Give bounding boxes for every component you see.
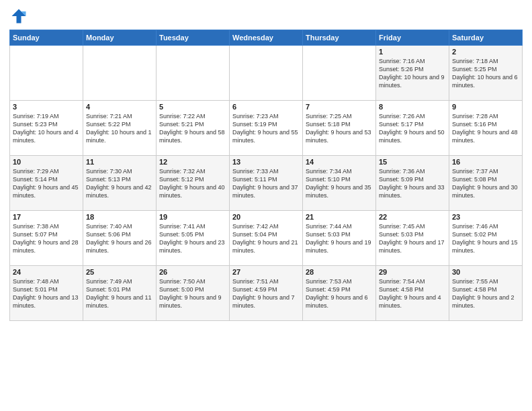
calendar-cell	[157, 46, 230, 101]
day-number: 19	[159, 213, 226, 221]
day-number: 6	[232, 103, 300, 111]
calendar-cell: 9Sunrise: 7:28 AM Sunset: 5:16 PM Daylig…	[449, 101, 523, 156]
day-detail: Sunrise: 7:29 AM Sunset: 5:14 PM Dayligh…	[13, 167, 80, 200]
day-detail: Sunrise: 7:30 AM Sunset: 5:13 PM Dayligh…	[86, 167, 153, 200]
calendar-cell: 20Sunrise: 7:42 AM Sunset: 5:04 PM Dayli…	[230, 211, 303, 266]
calendar-cell: 16Sunrise: 7:37 AM Sunset: 5:08 PM Dayli…	[449, 156, 523, 211]
day-detail: Sunrise: 7:16 AM Sunset: 5:26 PM Dayligh…	[379, 57, 446, 90]
day-detail: Sunrise: 7:40 AM Sunset: 5:06 PM Dayligh…	[86, 222, 153, 255]
calendar-cell: 1Sunrise: 7:16 AM Sunset: 5:26 PM Daylig…	[376, 46, 449, 101]
weekday-header-friday: Friday	[376, 30, 449, 46]
calendar-cell: 24Sunrise: 7:48 AM Sunset: 5:01 PM Dayli…	[10, 266, 83, 321]
day-detail: Sunrise: 7:21 AM Sunset: 5:22 PM Dayligh…	[86, 112, 153, 145]
calendar-week-row: 24Sunrise: 7:48 AM Sunset: 5:01 PM Dayli…	[10, 266, 523, 321]
calendar-week-row: 1Sunrise: 7:16 AM Sunset: 5:26 PM Daylig…	[10, 46, 523, 101]
calendar-cell: 2Sunrise: 7:18 AM Sunset: 5:25 PM Daylig…	[449, 46, 523, 101]
calendar-cell: 18Sunrise: 7:40 AM Sunset: 5:06 PM Dayli…	[83, 211, 157, 266]
day-number: 15	[379, 158, 446, 166]
calendar-cell: 5Sunrise: 7:22 AM Sunset: 5:21 PM Daylig…	[157, 101, 230, 156]
calendar-cell: 12Sunrise: 7:32 AM Sunset: 5:12 PM Dayli…	[157, 156, 230, 211]
day-detail: Sunrise: 7:33 AM Sunset: 5:11 PM Dayligh…	[232, 167, 300, 200]
weekday-header-tuesday: Tuesday	[157, 30, 230, 46]
logo-icon	[9, 7, 28, 26]
day-detail: Sunrise: 7:37 AM Sunset: 5:08 PM Dayligh…	[452, 167, 519, 200]
day-number: 14	[306, 158, 373, 166]
day-number: 16	[452, 158, 519, 166]
calendar-cell: 6Sunrise: 7:23 AM Sunset: 5:19 PM Daylig…	[230, 101, 303, 156]
day-detail: Sunrise: 7:41 AM Sunset: 5:05 PM Dayligh…	[159, 222, 226, 255]
day-detail: Sunrise: 7:32 AM Sunset: 5:12 PM Dayligh…	[159, 167, 226, 200]
calendar-cell	[10, 46, 83, 101]
day-number: 23	[452, 213, 519, 221]
calendar-cell: 26Sunrise: 7:50 AM Sunset: 5:00 PM Dayli…	[157, 266, 230, 321]
day-number: 30	[452, 268, 519, 276]
day-number: 18	[86, 213, 153, 221]
day-detail: Sunrise: 7:22 AM Sunset: 5:21 PM Dayligh…	[159, 112, 226, 145]
day-detail: Sunrise: 7:28 AM Sunset: 5:16 PM Dayligh…	[452, 112, 519, 145]
day-detail: Sunrise: 7:53 AM Sunset: 4:59 PM Dayligh…	[306, 277, 373, 310]
day-detail: Sunrise: 7:42 AM Sunset: 5:04 PM Dayligh…	[232, 222, 300, 255]
day-detail: Sunrise: 7:38 AM Sunset: 5:07 PM Dayligh…	[13, 222, 80, 255]
calendar-cell: 21Sunrise: 7:44 AM Sunset: 5:03 PM Dayli…	[303, 211, 376, 266]
day-number: 13	[232, 158, 300, 166]
day-number: 25	[86, 268, 153, 276]
calendar-cell: 27Sunrise: 7:51 AM Sunset: 4:59 PM Dayli…	[230, 266, 303, 321]
day-number: 10	[13, 158, 80, 166]
day-number: 17	[13, 213, 80, 221]
day-detail: Sunrise: 7:46 AM Sunset: 5:02 PM Dayligh…	[452, 222, 519, 255]
day-detail: Sunrise: 7:45 AM Sunset: 5:03 PM Dayligh…	[379, 222, 446, 255]
calendar-cell: 13Sunrise: 7:33 AM Sunset: 5:11 PM Dayli…	[230, 156, 303, 211]
weekday-header-saturday: Saturday	[449, 30, 523, 46]
day-number: 29	[379, 268, 446, 276]
calendar-cell: 10Sunrise: 7:29 AM Sunset: 5:14 PM Dayli…	[10, 156, 83, 211]
day-number: 27	[232, 268, 300, 276]
calendar-cell: 22Sunrise: 7:45 AM Sunset: 5:03 PM Dayli…	[376, 211, 449, 266]
calendar-cell: 11Sunrise: 7:30 AM Sunset: 5:13 PM Dayli…	[83, 156, 157, 211]
day-number: 4	[86, 103, 153, 111]
day-detail: Sunrise: 7:44 AM Sunset: 5:03 PM Dayligh…	[306, 222, 373, 255]
day-detail: Sunrise: 7:26 AM Sunset: 5:17 PM Dayligh…	[379, 112, 446, 145]
calendar-cell	[230, 46, 303, 101]
page: SundayMondayTuesdayWednesdayThursdayFrid…	[0, 0, 532, 411]
weekday-header-thursday: Thursday	[303, 30, 376, 46]
weekday-header-row: SundayMondayTuesdayWednesdayThursdayFrid…	[10, 30, 523, 46]
day-number: 9	[452, 103, 519, 111]
calendar-cell: 30Sunrise: 7:55 AM Sunset: 4:58 PM Dayli…	[449, 266, 523, 321]
calendar-cell: 7Sunrise: 7:25 AM Sunset: 5:18 PM Daylig…	[303, 101, 376, 156]
day-detail: Sunrise: 7:54 AM Sunset: 4:58 PM Dayligh…	[379, 277, 446, 310]
calendar-cell: 15Sunrise: 7:36 AM Sunset: 5:09 PM Dayli…	[376, 156, 449, 211]
day-number: 3	[13, 103, 80, 111]
day-number: 1	[379, 48, 446, 56]
calendar-cell: 4Sunrise: 7:21 AM Sunset: 5:22 PM Daylig…	[83, 101, 157, 156]
calendar-cell: 19Sunrise: 7:41 AM Sunset: 5:05 PM Dayli…	[157, 211, 230, 266]
day-number: 26	[159, 268, 226, 276]
day-number: 7	[306, 103, 373, 111]
weekday-header-sunday: Sunday	[10, 30, 83, 46]
calendar-cell: 29Sunrise: 7:54 AM Sunset: 4:58 PM Dayli…	[376, 266, 449, 321]
weekday-header-monday: Monday	[83, 30, 157, 46]
day-number: 20	[232, 213, 300, 221]
day-detail: Sunrise: 7:50 AM Sunset: 5:00 PM Dayligh…	[159, 277, 226, 310]
svg-marker-0	[12, 9, 26, 24]
weekday-header-wednesday: Wednesday	[230, 30, 303, 46]
day-detail: Sunrise: 7:55 AM Sunset: 4:58 PM Dayligh…	[452, 277, 519, 310]
day-number: 28	[306, 268, 373, 276]
calendar-cell	[83, 46, 157, 101]
calendar-cell: 28Sunrise: 7:53 AM Sunset: 4:59 PM Dayli…	[303, 266, 376, 321]
calendar-cell: 17Sunrise: 7:38 AM Sunset: 5:07 PM Dayli…	[10, 211, 83, 266]
day-number: 11	[86, 158, 153, 166]
day-number: 21	[306, 213, 373, 221]
day-number: 8	[379, 103, 446, 111]
day-detail: Sunrise: 7:49 AM Sunset: 5:01 PM Dayligh…	[86, 277, 153, 310]
day-number: 2	[452, 48, 519, 56]
calendar-cell: 14Sunrise: 7:34 AM Sunset: 5:10 PM Dayli…	[303, 156, 376, 211]
calendar-cell: 3Sunrise: 7:19 AM Sunset: 5:23 PM Daylig…	[10, 101, 83, 156]
calendar-cell: 8Sunrise: 7:26 AM Sunset: 5:17 PM Daylig…	[376, 101, 449, 156]
logo	[9, 7, 31, 26]
calendar-cell: 23Sunrise: 7:46 AM Sunset: 5:02 PM Dayli…	[449, 211, 523, 266]
day-number: 22	[379, 213, 446, 221]
calendar-table: SundayMondayTuesdayWednesdayThursdayFrid…	[9, 30, 523, 321]
day-number: 5	[159, 103, 226, 111]
day-number: 12	[159, 158, 226, 166]
calendar-week-row: 3Sunrise: 7:19 AM Sunset: 5:23 PM Daylig…	[10, 101, 523, 156]
